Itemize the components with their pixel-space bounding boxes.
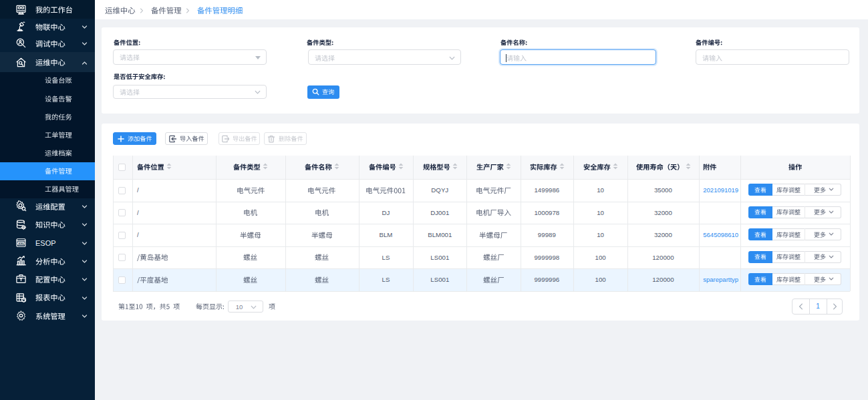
svg-text:ESOP: ESOP (17, 242, 25, 245)
